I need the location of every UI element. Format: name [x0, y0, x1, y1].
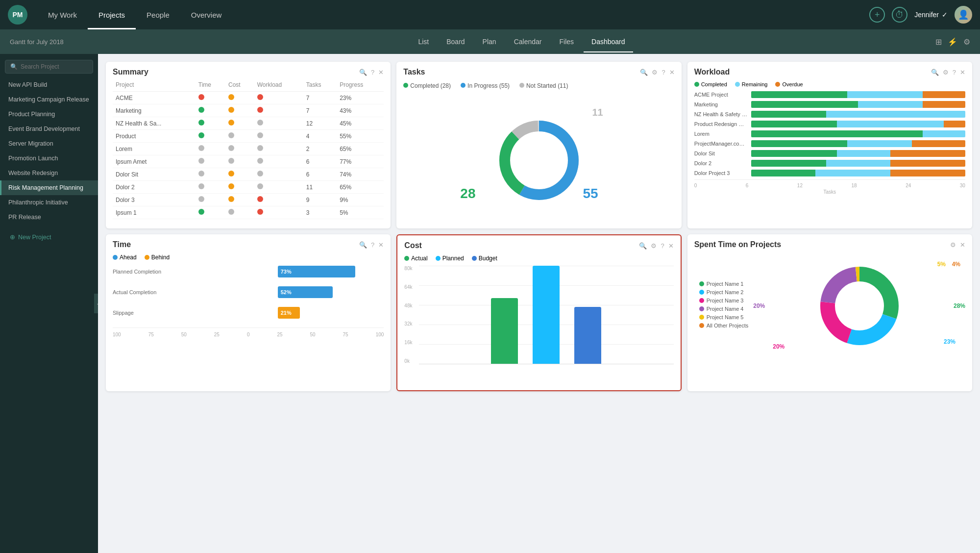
user-avatar[interactable]: 👤 [955, 6, 972, 24]
workload-row: ProjectManager.com ... [694, 140, 965, 147]
summary-title: Summary [113, 68, 148, 76]
time-search-icon[interactable]: 🔍 [359, 241, 367, 249]
workload-search-icon[interactable]: 🔍 [931, 69, 939, 76]
table-row: NZ Health & Sa... 12 45% [113, 117, 384, 130]
spent-settings-icon[interactable]: ⚙ [950, 241, 956, 249]
tasks-help-icon[interactable]: ? [662, 69, 665, 76]
pct-label-2: 23% [944, 338, 956, 345]
cost-close-icon[interactable]: ✕ [668, 242, 674, 250]
sub-nav-tabs: List Board Plan Calendar Files Dashboard [108, 35, 935, 49]
cost-settings-icon[interactable]: ⚙ [651, 242, 657, 250]
sidebar-item-marketing[interactable]: Marketing Campaign Release [0, 92, 98, 107]
legend-project1: Project Name 1 [699, 281, 749, 287]
workload-header: Workload 🔍 ⚙ ? ✕ [687, 62, 972, 79]
sidebar-toggle[interactable]: ◀ [94, 294, 98, 313]
sidebar-item-risk[interactable]: Risk Management Planning [0, 180, 98, 195]
logo[interactable]: PM [8, 5, 27, 25]
sidebar-item-server[interactable]: Server Migration [0, 136, 98, 151]
legend-project3: Project Name 3 [699, 298, 749, 303]
col-project: Project [113, 79, 196, 92]
workload-legend-completed: Completed [694, 81, 727, 87]
tab-calendar[interactable]: Calendar [506, 35, 550, 49]
p3-dot [699, 298, 704, 303]
workload-help-icon[interactable]: ? [953, 69, 956, 76]
time-bars-container: Planned Completion 73% Actual Completion… [113, 266, 384, 327]
cost-bar-budget [574, 307, 601, 364]
summary-search-icon[interactable]: 🔍 [359, 69, 367, 76]
settings-icon[interactable]: ⚙ [963, 37, 970, 47]
time-help-icon[interactable]: ? [371, 241, 374, 249]
summary-table: Project Time Cost Workload Tasks Progres… [113, 79, 384, 219]
main-container: 🔍 New API Build Marketing Campaign Relea… [0, 54, 980, 553]
time-bar-row: Slippage 21% [113, 307, 384, 319]
cost-header: Cost 🔍 ⚙ ? ✕ [397, 235, 680, 253]
new-project-button[interactable]: ⊕ New Project [5, 229, 93, 245]
tab-files[interactable]: Files [551, 35, 582, 49]
workload-settings-icon[interactable]: ⚙ [943, 69, 949, 76]
spent-time-title: Spent Time on Projects [694, 240, 782, 249]
sidebar-item-website[interactable]: Website Redesign [0, 166, 98, 180]
col-progress: Progress [337, 79, 384, 92]
workload-row: Product Redesign We... [694, 121, 965, 127]
spent-time-controls: ⚙ ✕ [950, 241, 965, 249]
time-widget: Time 🔍 ? ✕ Ahead Behind Planned Completi… [106, 234, 391, 391]
time-bar-row: Actual Completion 52% [113, 286, 384, 298]
clock-button[interactable]: ⏱ [892, 7, 907, 23]
sidebar-item-new-api[interactable]: New API Build [0, 77, 98, 92]
tasks-close-icon[interactable]: ✕ [669, 69, 675, 76]
legend-other-projects: All Other Projects [699, 323, 749, 328]
nav-overview[interactable]: Overview [180, 0, 233, 29]
cost-search-icon[interactable]: 🔍 [639, 242, 647, 250]
time-bar-row: Planned Completion 73% [113, 266, 384, 277]
time-legend: Ahead Behind [113, 252, 384, 266]
user-menu[interactable]: Jennifer ✓ [914, 11, 948, 19]
filter-icon[interactable]: ⚡ [948, 37, 957, 47]
table-row: Lorem 2 65% [113, 143, 384, 155]
tab-board[interactable]: Board [439, 35, 472, 49]
sidebar-item-pr[interactable]: PR Release [0, 210, 98, 225]
cost-help-icon[interactable]: ? [661, 242, 664, 250]
sidebar-item-product[interactable]: Product Planning [0, 107, 98, 122]
tasks-legend: Completed (28) In Progress (55) Not Star… [396, 79, 681, 92]
nav-projects[interactable]: Projects [88, 0, 136, 29]
tab-list[interactable]: List [410, 35, 437, 49]
col-workload: Workload [254, 79, 303, 92]
summary-close-icon[interactable]: ✕ [378, 69, 384, 76]
spent-time-body: Project Name 1 Project Name 2 Project Na… [687, 252, 972, 391]
search-box[interactable]: 🔍 [5, 60, 93, 74]
tab-dashboard[interactable]: Dashboard [584, 35, 633, 49]
workload-legend: Completed Remaining Overdue [694, 79, 965, 91]
workload-body: Completed Remaining Overdue ACME Project… [687, 79, 972, 228]
workload-close-icon[interactable]: ✕ [960, 69, 965, 76]
spent-donut-container: 5% 4% 28% 23% 20% 20% [758, 257, 960, 355]
grid-icon[interactable]: ⊞ [935, 37, 942, 47]
cost-actual-dot [404, 256, 409, 261]
add-button[interactable]: + [869, 7, 885, 23]
table-row: Marketing 7 43% [113, 104, 384, 117]
summary-controls: 🔍 ? ✕ [359, 69, 384, 76]
tasks-settings-icon[interactable]: ⚙ [652, 69, 658, 76]
legend-project4: Project Name 4 [699, 306, 749, 312]
spent-time-widget: Spent Time on Projects ⚙ ✕ Project Name … [687, 234, 972, 391]
summary-help-icon[interactable]: ? [371, 69, 374, 76]
tab-plan[interactable]: Plan [475, 35, 504, 49]
sub-nav: Gantt for July 2018 List Board Plan Cale… [0, 29, 980, 54]
in-progress-dot [461, 83, 466, 88]
legend-in-progress: In Progress (55) [461, 82, 510, 89]
time-body: Ahead Behind Planned Completion 73% Actu… [106, 252, 391, 391]
gridline-6 [419, 364, 673, 364]
time-close-icon[interactable]: ✕ [378, 241, 384, 249]
sidebar-item-event[interactable]: Event Brand Development [0, 122, 98, 136]
sidebar-item-philanthropic[interactable]: Philanthropic Initiative [0, 195, 98, 210]
search-input[interactable] [21, 63, 88, 70]
nav-people[interactable]: People [136, 0, 180, 29]
spent-close-icon[interactable]: ✕ [960, 241, 965, 249]
other-dot [699, 323, 704, 328]
workload-row: Marketing [694, 101, 965, 108]
nav-my-work[interactable]: My Work [37, 0, 88, 29]
sidebar-item-promotion[interactable]: Promotion Launch [0, 151, 98, 166]
cost-chart-area: 80k 64k 48k 32k 16k 0k [404, 266, 673, 374]
nav-right: + ⏱ Jennifer ✓ 👤 [869, 6, 972, 24]
workload-row: Dolor 2 [694, 160, 965, 167]
tasks-search-icon[interactable]: 🔍 [640, 69, 648, 76]
